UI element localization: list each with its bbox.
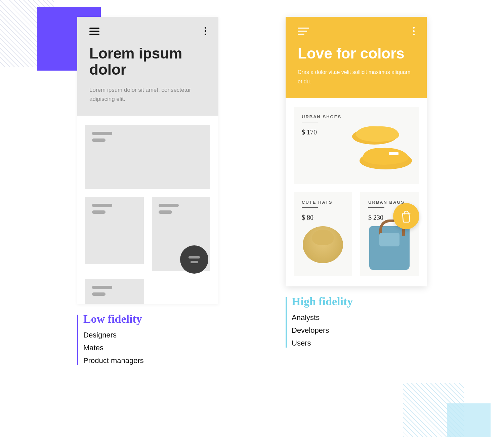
- hamburger-icon[interactable]: [89, 28, 99, 35]
- lofi-subtitle: Lorem ipsum dolor sit amet, consectetur …: [89, 85, 206, 104]
- shopping-bag-icon: [401, 210, 412, 223]
- high-fidelity-mockup: Love for colors Cras a dolor vitae velit…: [286, 17, 427, 286]
- bag-image: [369, 226, 410, 270]
- low-fidelity-caption: Low fidelity Designers Mates Product man…: [77, 313, 218, 365]
- shopping-bag-fab[interactable]: [393, 203, 419, 229]
- decorative-block-cyan: [447, 403, 491, 437]
- more-vertical-icon[interactable]: [205, 27, 206, 35]
- product-label: CUTE HATS: [302, 200, 344, 205]
- product-price: $ 80: [302, 214, 344, 222]
- audience-item: Users: [292, 339, 427, 348]
- audience-item: Mates: [83, 344, 218, 352]
- caption-title: High fidelity: [292, 295, 427, 308]
- lofi-body: [77, 116, 218, 304]
- menu-staggered-icon[interactable]: [298, 28, 309, 35]
- hifi-header: Love for colors Cras a dolor vitae velit…: [286, 17, 427, 98]
- hifi-subtitle: Cras a dolor vitae velit sollicit maximu…: [298, 68, 415, 86]
- filter-icon: [188, 256, 200, 259]
- hat-image: [303, 226, 343, 263]
- svg-rect-2: [389, 152, 398, 155]
- high-fidelity-column: Love for colors Cras a dolor vitae velit…: [286, 17, 427, 369]
- shoes-image: [345, 117, 413, 174]
- lofi-header: Lorem ipsum dolor Lorem ipsum dolor sit …: [77, 17, 218, 116]
- lofi-card[interactable]: [85, 197, 144, 264]
- hifi-body: URBAN SHOES $ 170 CUTE HATS: [286, 98, 427, 286]
- caption-title: Low fidelity: [83, 313, 218, 325]
- product-card-hats[interactable]: CUTE HATS $ 80: [294, 192, 352, 276]
- hifi-title: Love for colors: [298, 45, 415, 62]
- high-fidelity-caption: High fidelity Analysts Developers Users: [286, 295, 427, 348]
- low-fidelity-mockup: Lorem ipsum dolor Lorem ipsum dolor sit …: [77, 17, 218, 304]
- low-fidelity-column: Lorem ipsum dolor Lorem ipsum dolor sit …: [77, 17, 218, 369]
- lofi-card-wide[interactable]: [85, 125, 210, 189]
- filter-fab[interactable]: [180, 245, 208, 274]
- lofi-card[interactable]: [85, 279, 144, 304]
- audience-item: Developers: [292, 326, 427, 335]
- audience-item: Product managers: [83, 356, 218, 365]
- product-card-shoes[interactable]: URBAN SHOES $ 170: [294, 107, 419, 184]
- audience-item: Designers: [83, 331, 218, 340]
- lofi-title: Lorem ipsum dolor: [89, 45, 206, 78]
- more-vertical-icon[interactable]: [413, 27, 415, 35]
- audience-item: Analysts: [292, 313, 427, 322]
